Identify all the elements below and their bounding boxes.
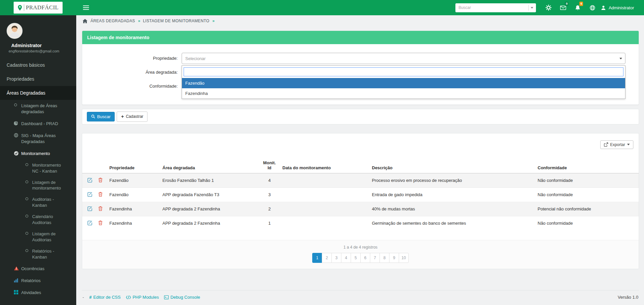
sidebar-item-ocorrencias[interactable]: Ocorrências — [0, 263, 76, 275]
chevron-down-icon — [531, 7, 533, 9]
page-button-4[interactable]: 4 — [341, 253, 351, 263]
results-panel: Exportar Propriedade Área degradada Moni… — [82, 133, 639, 269]
php-modules-link[interactable]: PHP Modules — [126, 295, 159, 300]
page-button-2[interactable]: 2 — [322, 253, 332, 263]
dropdown-option-fazendinha[interactable]: Fazendinha — [182, 88, 625, 99]
circle-icon — [25, 163, 29, 166]
pagination: 1 2 3 4 5 6 7 8 9 10 — [312, 253, 409, 263]
page-button-10[interactable]: 10 — [399, 253, 409, 263]
delete-button[interactable] — [98, 206, 103, 211]
cell-propriedade: Fazendão — [107, 188, 160, 202]
home-icon[interactable] — [83, 19, 88, 23]
sidebar-toggle-button[interactable] — [83, 0, 93, 15]
page-button-7[interactable]: 7 — [370, 253, 380, 263]
page-button-9[interactable]: 9 — [389, 253, 399, 263]
sidebar-item-listagem-areas-degradadas[interactable]: Listagem de Áreas degradadas — [0, 100, 76, 118]
globe-button[interactable] — [585, 0, 600, 15]
conformidade-label: Conformidade: — [82, 81, 182, 92]
delete-button[interactable] — [98, 220, 103, 225]
page-button-6[interactable]: 6 — [360, 253, 370, 263]
filter-form: Propriedade: Selecionar Área degradada: … — [82, 44, 639, 105]
actions-bar: Buscar + Cadastrar — [82, 109, 639, 124]
cell-data — [280, 188, 369, 202]
sidebar-item-atividades[interactable]: Atividades — [0, 287, 76, 299]
form-row-propriedade: Propriedade: Selecionar — [82, 53, 639, 64]
logo[interactable]: PRADFÁCIL — [0, 0, 76, 15]
topbar-nav: 0 6 Administrator — [76, 0, 644, 15]
sidebar-item-calendario-auditorias[interactable]: Calendário Auditorias — [0, 211, 76, 228]
breadcrumb-item-listagem-monitoramento[interactable]: LISTAGEM DE MONITORAMENTO — [143, 19, 209, 23]
header-monit-id: Monit.Id — [259, 158, 280, 173]
header-propriedade: Propriedade — [107, 158, 160, 173]
sidebar-item-dashboard-prad[interactable]: Dashboard - PRAD — [0, 118, 76, 130]
debug-console-link[interactable]: Debug Console — [164, 295, 200, 300]
user-menu[interactable]: Administrator — [600, 0, 635, 15]
delete-button[interactable] — [98, 178, 103, 183]
propriedade-label: Propriedade: — [82, 53, 182, 64]
edit-button[interactable] — [88, 178, 92, 183]
search-input[interactable] — [458, 5, 526, 10]
breadcrumb-item-areas-degradadas[interactable]: ÁREAS DEGRADADAS — [90, 19, 135, 23]
dropdown-search-input[interactable] — [184, 67, 623, 76]
cell-monit-id: 2 — [259, 202, 280, 216]
page-button-1[interactable]: 1 — [312, 253, 322, 263]
sidebar-item-areas-degradadas[interactable]: Áreas Degradadas — [0, 86, 76, 100]
code-icon — [126, 295, 131, 299]
sidebar-item-relatorios[interactable]: Relatórios — [0, 275, 76, 287]
person-icon — [601, 5, 606, 10]
sidebar-item-listagem-monitoramento[interactable]: Listagem de monitoramento — [0, 177, 76, 194]
pagination-summary: 1 a 4 de 4 registros — [82, 245, 639, 250]
notifications-button[interactable]: 6 — [570, 0, 585, 15]
table-row: Fazendinha APP degradada 2 Fazendinha 2 … — [82, 202, 639, 216]
export-icon — [604, 142, 608, 147]
cell-descricao: Germinação de sementes do banco de semen… — [369, 216, 535, 230]
sidebar-item-monitoramento[interactable]: Monitoramento — [0, 148, 76, 160]
sidebar-item-cadastros-basicos[interactable]: Cadastros básicos — [0, 58, 76, 72]
messages-button[interactable]: 0 — [556, 0, 570, 15]
cell-data — [280, 202, 369, 216]
cell-conformidade: Potencial não conformidade — [535, 202, 639, 216]
cadastrar-button[interactable]: + Cadastrar — [117, 112, 147, 122]
buscar-button[interactable]: Buscar — [87, 112, 115, 122]
propriedade-select[interactable]: Selecionar — [182, 53, 625, 64]
edit-button[interactable] — [88, 192, 92, 197]
editor-css-link[interactable]: # Editor de CSS — [89, 295, 121, 300]
pie-chart-icon — [14, 121, 18, 125]
page-button-3[interactable]: 3 — [331, 253, 341, 263]
breadcrumb-separator: » — [212, 19, 214, 23]
edit-button[interactable] — [88, 206, 92, 211]
sidebar-user-panel: Administrator engflorestalroberto@gmail.… — [0, 15, 76, 53]
sidebar-item-listagem-auditorias[interactable]: Listagem de Auditorias — [0, 228, 76, 246]
settings-button[interactable] — [541, 0, 556, 15]
dropdown-option-fazendao[interactable]: Fazendão — [182, 78, 625, 88]
globe-icon — [590, 5, 595, 11]
sidebar-user-name: Administrator — [11, 43, 70, 48]
export-button[interactable]: Exportar — [600, 140, 633, 149]
topbar-search[interactable] — [455, 3, 536, 12]
circle-icon — [25, 249, 29, 252]
sidebar-item-auditorias-kanban[interactable]: Auditorias - Kanban — [0, 194, 76, 211]
sidebar-item-relatorios-kanban[interactable]: Relatórios - Kanban — [0, 246, 76, 263]
logo-box: PRADFÁCIL — [14, 2, 63, 14]
page-button-5[interactable]: 5 — [351, 253, 361, 263]
avatar[interactable] — [7, 23, 23, 39]
cell-conformidade: Não conformidade — [535, 173, 639, 188]
hamburger-icon — [83, 5, 89, 10]
edit-button[interactable] — [88, 220, 92, 225]
sidebar-menu: Cadastros básicos Propriedades Áreas Deg… — [0, 58, 76, 299]
cell-descricao: 40% de mudas mortas — [369, 202, 535, 216]
panel-title: Listagem de monitoramento — [82, 31, 639, 44]
location-pin-icon — [18, 5, 22, 11]
footer: - # Editor de CSS PHP Modules Debug Cons… — [82, 290, 639, 305]
main-content: ÁREAS DEGRADADAS » LISTAGEM DE MONITORAM… — [76, 15, 644, 305]
select-placeholder: Selecionar — [185, 56, 205, 61]
page-button-8[interactable]: 8 — [380, 253, 389, 263]
header-conformidade: Conformidade — [535, 158, 639, 173]
delete-button[interactable] — [98, 192, 103, 197]
cell-area: APP degradada Fazendão T3 — [160, 188, 259, 202]
sidebar-item-monitoramento-nc-kanban[interactable]: Monitoramento NC - Kanban — [0, 160, 76, 177]
sidebar-item-sig-mapa[interactable]: SIG - Mapa Áreas Degradadas — [0, 130, 76, 148]
table-row: Fazendão APP degradada Fazendão T3 3 Ent… — [82, 188, 639, 202]
sidebar-item-propriedades[interactable]: Propriedades — [0, 72, 76, 86]
cell-conformidade: Não conformidade — [535, 188, 639, 202]
